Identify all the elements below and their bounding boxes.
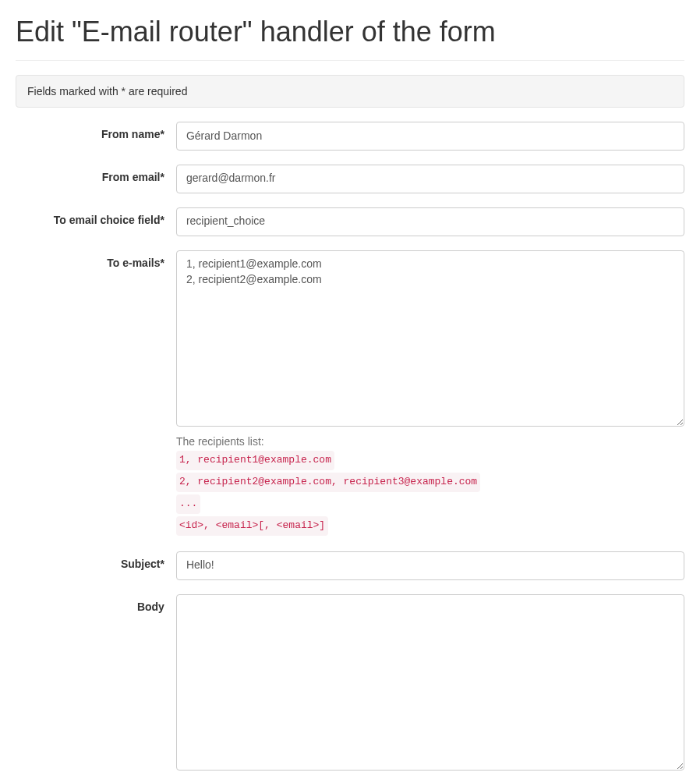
page-title: Edit "E-mail router" handler of the form (16, 16, 684, 48)
required-fields-notice: Fields marked with * are required (16, 75, 684, 108)
to-emails-label: To e-mails* (16, 250, 176, 269)
to-email-choice-label: To email choice field* (16, 207, 176, 226)
from-email-label: From email* (16, 165, 176, 183)
body-label: Body (16, 594, 176, 613)
from-email-group: From email* (16, 165, 684, 193)
body-group: Body (16, 594, 684, 771)
from-name-label: From name* (16, 122, 176, 140)
to-emails-textarea[interactable]: 1, recipient1@example.com 2, recipient2@… (176, 250, 684, 427)
title-divider (16, 60, 684, 61)
to-emails-help-line-1: 1, recipient1@example.com (176, 451, 334, 470)
body-textarea[interactable] (176, 594, 684, 771)
to-emails-help-intro: The recipients list: (176, 435, 264, 448)
to-emails-help-line-4: <id>, <email>[, <email>] (176, 516, 328, 536)
to-email-choice-input[interactable] (176, 207, 684, 236)
email-router-form: From name* From email* To email choice f… (16, 122, 684, 783)
from-name-group: From name* (16, 122, 684, 151)
from-email-input[interactable] (176, 165, 684, 193)
subject-label: Subject* (16, 551, 176, 570)
from-name-input[interactable] (176, 122, 684, 151)
to-emails-help-line-3: ... (176, 494, 200, 514)
to-emails-help: The recipients list: 1, recipient1@examp… (176, 433, 684, 537)
subject-input[interactable] (176, 551, 684, 580)
to-emails-group: To e-mails* 1, recipient1@example.com 2,… (16, 250, 684, 537)
to-email-choice-group: To email choice field* (16, 207, 684, 236)
subject-group: Subject* (16, 551, 684, 580)
to-emails-help-line-2: 2, recipient2@example.com, recipient3@ex… (176, 473, 480, 492)
